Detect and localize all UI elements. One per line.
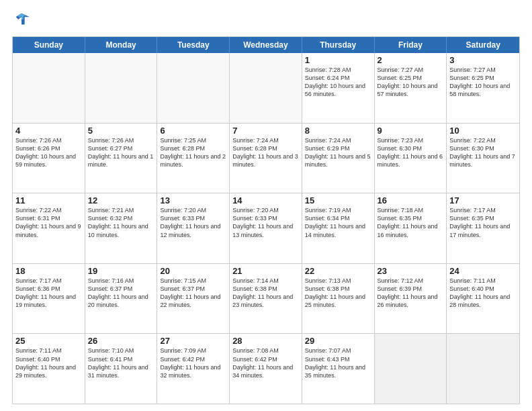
calendar-day-18: 18Sunrise: 7:17 AM Sunset: 6:36 PM Dayli… [13,264,85,334]
day-info: Sunrise: 7:08 AM Sunset: 6:42 PM Dayligh… [232,347,299,379]
day-info: Sunrise: 7:22 AM Sunset: 6:31 PM Dayligh… [15,206,82,239]
calendar-week-2: 4Sunrise: 7:26 AM Sunset: 6:26 PM Daylig… [13,124,519,194]
day-info: Sunrise: 7:07 AM Sunset: 6:43 PM Dayligh… [305,347,371,379]
header-day-wednesday: Wednesday [230,37,302,53]
day-number: 11 [15,195,82,205]
day-number: 26 [88,336,154,346]
calendar-day-8: 8Sunrise: 7:24 AM Sunset: 6:29 PM Daylig… [302,124,375,193]
day-number: 27 [160,336,226,346]
calendar-day-27: 27Sunrise: 7:09 AM Sunset: 6:42 PM Dayli… [157,334,230,404]
day-info: Sunrise: 7:19 AM Sunset: 6:34 PM Dayligh… [305,206,371,239]
day-info: Sunrise: 7:24 AM Sunset: 6:28 PM Dayligh… [232,136,299,169]
calendar-week-4: 18Sunrise: 7:17 AM Sunset: 6:36 PM Dayli… [13,264,519,334]
day-info: Sunrise: 7:13 AM Sunset: 6:38 PM Dayligh… [305,277,371,310]
day-info: Sunrise: 7:10 AM Sunset: 6:41 PM Dayligh… [88,347,154,379]
calendar-day-10: 10Sunrise: 7:22 AM Sunset: 6:30 PM Dayli… [447,124,519,193]
day-number: 10 [449,126,517,136]
day-info: Sunrise: 7:16 AM Sunset: 6:37 PM Dayligh… [88,277,154,310]
day-info: Sunrise: 7:20 AM Sunset: 6:33 PM Dayligh… [160,206,226,239]
calendar-day-5: 5Sunrise: 7:26 AM Sunset: 6:27 PM Daylig… [85,124,158,193]
day-info: Sunrise: 7:25 AM Sunset: 6:28 PM Dayligh… [160,136,226,169]
calendar-day-6: 6Sunrise: 7:25 AM Sunset: 6:28 PM Daylig… [157,124,230,193]
header-day-tuesday: Tuesday [157,37,230,53]
calendar-day-1: 1Sunrise: 7:28 AM Sunset: 6:24 PM Daylig… [302,53,375,123]
calendar-empty-cell [13,53,85,123]
header-day-thursday: Thursday [302,37,375,53]
calendar-day-4: 4Sunrise: 7:26 AM Sunset: 6:26 PM Daylig… [13,124,85,193]
day-info: Sunrise: 7:17 AM Sunset: 6:35 PM Dayligh… [449,206,517,239]
day-number: 2 [378,55,444,65]
calendar-day-29: 29Sunrise: 7:07 AM Sunset: 6:43 PM Dayli… [302,334,375,404]
calendar-empty-cell [447,334,519,404]
day-info: Sunrise: 7:28 AM Sunset: 6:24 PM Dayligh… [305,66,371,99]
calendar-day-13: 13Sunrise: 7:20 AM Sunset: 6:33 PM Dayli… [157,193,230,263]
day-number: 25 [15,336,82,346]
day-number: 18 [15,266,82,276]
calendar-day-7: 7Sunrise: 7:24 AM Sunset: 6:28 PM Daylig… [230,124,302,193]
day-info: Sunrise: 7:09 AM Sunset: 6:42 PM Dayligh… [160,347,226,379]
calendar-empty-cell [230,53,302,123]
calendar-day-9: 9Sunrise: 7:23 AM Sunset: 6:30 PM Daylig… [375,124,447,193]
calendar: SundayMondayTuesdayWednesdayThursdayFrid… [12,36,520,404]
day-info: Sunrise: 7:26 AM Sunset: 6:26 PM Dayligh… [15,136,82,169]
day-number: 23 [378,266,444,276]
calendar-body: 1Sunrise: 7:28 AM Sunset: 6:24 PM Daylig… [13,53,519,404]
day-info: Sunrise: 7:20 AM Sunset: 6:33 PM Dayligh… [232,206,299,239]
header-day-friday: Friday [375,37,447,53]
header-day-monday: Monday [85,37,158,53]
day-number: 8 [305,126,371,136]
header-day-sunday: Sunday [13,37,85,53]
calendar-empty-cell [85,53,158,123]
day-number: 17 [449,195,517,205]
day-info: Sunrise: 7:22 AM Sunset: 6:30 PM Dayligh… [449,136,517,169]
calendar-week-5: 25Sunrise: 7:11 AM Sunset: 6:40 PM Dayli… [13,334,519,404]
calendar-day-28: 28Sunrise: 7:08 AM Sunset: 6:42 PM Dayli… [230,334,302,404]
day-number: 7 [232,126,299,136]
day-info: Sunrise: 7:27 AM Sunset: 6:25 PM Dayligh… [378,66,444,99]
calendar-empty-cell [375,334,447,404]
calendar-week-1: 1Sunrise: 7:28 AM Sunset: 6:24 PM Daylig… [13,53,519,124]
day-info: Sunrise: 7:26 AM Sunset: 6:27 PM Dayligh… [88,136,154,169]
day-number: 4 [15,126,82,136]
day-info: Sunrise: 7:23 AM Sunset: 6:30 PM Dayligh… [378,136,444,169]
header [12,11,520,30]
calendar-day-14: 14Sunrise: 7:20 AM Sunset: 6:33 PM Dayli… [230,193,302,263]
calendar-day-26: 26Sunrise: 7:10 AM Sunset: 6:41 PM Dayli… [85,334,158,404]
calendar-day-16: 16Sunrise: 7:18 AM Sunset: 6:35 PM Dayli… [375,193,447,263]
day-info: Sunrise: 7:24 AM Sunset: 6:29 PM Dayligh… [305,136,371,169]
calendar-day-22: 22Sunrise: 7:13 AM Sunset: 6:38 PM Dayli… [302,264,375,334]
calendar-day-24: 24Sunrise: 7:11 AM Sunset: 6:40 PM Dayli… [447,264,519,334]
day-number: 16 [378,195,444,205]
day-number: 22 [305,266,371,276]
day-info: Sunrise: 7:17 AM Sunset: 6:36 PM Dayligh… [15,277,82,310]
day-info: Sunrise: 7:14 AM Sunset: 6:38 PM Dayligh… [232,277,299,310]
day-number: 1 [305,55,371,65]
calendar-day-25: 25Sunrise: 7:11 AM Sunset: 6:40 PM Dayli… [13,334,85,404]
day-info: Sunrise: 7:18 AM Sunset: 6:35 PM Dayligh… [378,206,444,239]
day-info: Sunrise: 7:27 AM Sunset: 6:25 PM Dayligh… [449,66,517,99]
day-info: Sunrise: 7:12 AM Sunset: 6:39 PM Dayligh… [378,277,444,310]
calendar-header: SundayMondayTuesdayWednesdayThursdayFrid… [13,37,519,53]
day-number: 24 [449,266,517,276]
day-number: 15 [305,195,371,205]
day-number: 21 [232,266,299,276]
day-number: 3 [449,55,517,65]
day-info: Sunrise: 7:11 AM Sunset: 6:40 PM Dayligh… [15,347,82,379]
logo [12,11,34,30]
day-number: 19 [88,266,154,276]
day-number: 28 [232,336,299,346]
day-number: 14 [232,195,299,205]
day-number: 5 [88,126,154,136]
calendar-day-12: 12Sunrise: 7:21 AM Sunset: 6:32 PM Dayli… [85,193,158,263]
calendar-day-19: 19Sunrise: 7:16 AM Sunset: 6:37 PM Dayli… [85,264,158,334]
day-info: Sunrise: 7:11 AM Sunset: 6:40 PM Dayligh… [449,277,517,310]
calendar-day-23: 23Sunrise: 7:12 AM Sunset: 6:39 PM Dayli… [375,264,447,334]
calendar-week-3: 11Sunrise: 7:22 AM Sunset: 6:31 PM Dayli… [13,193,519,264]
calendar-day-17: 17Sunrise: 7:17 AM Sunset: 6:35 PM Dayli… [447,193,519,263]
day-info: Sunrise: 7:21 AM Sunset: 6:32 PM Dayligh… [88,206,154,239]
day-number: 13 [160,195,226,205]
calendar-empty-cell [157,53,230,123]
calendar-day-2: 2Sunrise: 7:27 AM Sunset: 6:25 PM Daylig… [375,53,447,123]
day-info: Sunrise: 7:15 AM Sunset: 6:37 PM Dayligh… [160,277,226,310]
day-number: 29 [305,336,371,346]
